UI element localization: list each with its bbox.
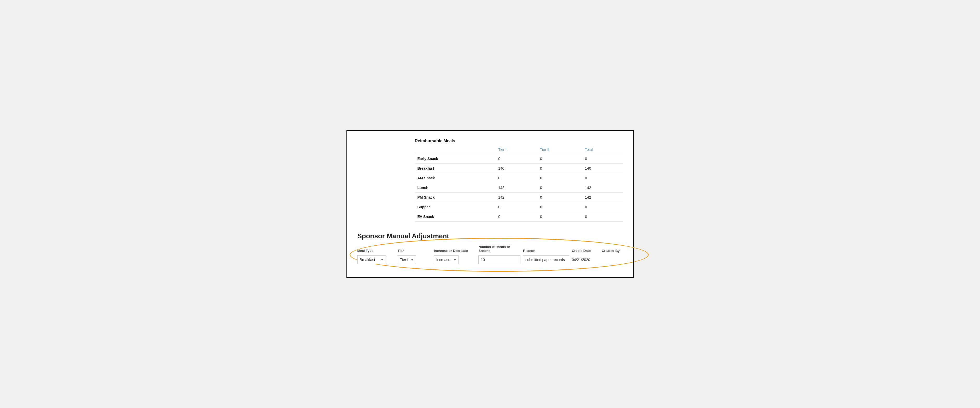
table-row: Early Snack 0 0 0 — [415, 154, 623, 164]
tier1-cell: 142 — [496, 183, 538, 193]
meal-type-select-wrapper: BreakfastAM SnackPM SnackLunchSupperEV S… — [357, 255, 386, 264]
header-tier: Tier — [398, 249, 431, 253]
meal-name-cell: Early Snack — [415, 154, 496, 164]
tier-select-wrapper: Tier ITier II — [398, 255, 416, 264]
header-created-by: Created By — [602, 249, 623, 253]
meals-table: Tier I Tier II Total Early Snack 0 0 0 B… — [415, 145, 623, 222]
tier1-cell: 0 — [496, 154, 538, 164]
reason-input[interactable] — [523, 255, 569, 264]
total-cell: 140 — [582, 164, 623, 173]
meal-type-select[interactable]: BreakfastAM SnackPM SnackLunchSupperEV S… — [357, 255, 386, 264]
tier-select[interactable]: Tier ITier II — [398, 255, 416, 264]
highlight-ellipse — [350, 238, 649, 272]
increase-select[interactable]: IncreaseDecrease — [434, 255, 458, 264]
header-increase-decrease: Increase or Decrease — [434, 249, 476, 253]
table-row: PM Snack 142 0 142 — [415, 193, 623, 202]
table-row: AM Snack 0 0 0 — [415, 173, 623, 183]
meal-name-cell: Breakfast — [415, 164, 496, 173]
header-reason: Reason — [523, 249, 569, 253]
tier2-cell: 0 — [538, 173, 582, 183]
tier2-cell: 0 — [538, 212, 582, 222]
reimbursable-section: Reimbursable Meals Tier I Tier II Total … — [415, 139, 623, 222]
col-header-total: Total — [582, 145, 623, 154]
tier1-cell: 0 — [496, 202, 538, 212]
table-row: Breakfast 140 0 140 — [415, 164, 623, 173]
total-cell: 0 — [582, 202, 623, 212]
total-cell: 0 — [582, 154, 623, 164]
number-col — [478, 255, 520, 264]
meal-name-cell: Lunch — [415, 183, 496, 193]
col-header-meal — [415, 145, 496, 154]
tier2-cell: 0 — [538, 154, 582, 164]
meal-name-cell: Supper — [415, 202, 496, 212]
reason-col — [523, 255, 569, 264]
table-row: Supper 0 0 0 — [415, 202, 623, 212]
table-row: EV Snack 0 0 0 — [415, 212, 623, 222]
meal-name-cell: PM Snack — [415, 193, 496, 202]
table-row: Lunch 142 0 142 — [415, 183, 623, 193]
header-meal-type: Meal Type — [357, 249, 395, 253]
meal-name-cell: EV Snack — [415, 212, 496, 222]
meal-name-cell: AM Snack — [415, 173, 496, 183]
adjustment-header: Meal Type Tier Increase or Decrease Numb… — [357, 245, 623, 253]
adjustment-data-row: BreakfastAM SnackPM SnackLunchSupperEV S… — [357, 255, 623, 264]
col-header-tier2: Tier II — [538, 145, 582, 154]
tier-col: Tier ITier II — [398, 255, 431, 264]
header-number-meals: Number of Meals or Snacks — [478, 245, 520, 253]
tier2-cell: 0 — [538, 164, 582, 173]
number-input[interactable] — [478, 255, 520, 264]
total-cell: 142 — [582, 183, 623, 193]
create-date-value: 04/21/2020 — [572, 258, 590, 262]
create-date-col: 04/21/2020 — [572, 257, 599, 262]
tier2-cell: 0 — [538, 183, 582, 193]
sponsor-title: Sponsor Manual Adjustment — [357, 232, 623, 240]
header-create-date: Create Date — [572, 249, 599, 253]
total-cell: 0 — [582, 173, 623, 183]
col-header-tier1: Tier I — [496, 145, 538, 154]
total-cell: 0 — [582, 212, 623, 222]
tier1-cell: 0 — [496, 173, 538, 183]
tier1-cell: 140 — [496, 164, 538, 173]
tier2-cell: 0 — [538, 193, 582, 202]
tier1-cell: 142 — [496, 193, 538, 202]
main-container: Reimbursable Meals Tier I Tier II Total … — [347, 130, 634, 278]
tier2-cell: 0 — [538, 202, 582, 212]
reimbursable-title: Reimbursable Meals — [415, 139, 623, 143]
total-cell: 142 — [582, 193, 623, 202]
meal-type-col: BreakfastAM SnackPM SnackLunchSupperEV S… — [357, 255, 395, 264]
tier1-cell: 0 — [496, 212, 538, 222]
increase-select-wrapper: IncreaseDecrease — [434, 255, 458, 264]
sponsor-section: Sponsor Manual Adjustment Meal Type Tier… — [357, 229, 623, 267]
increase-col: IncreaseDecrease — [434, 255, 476, 264]
